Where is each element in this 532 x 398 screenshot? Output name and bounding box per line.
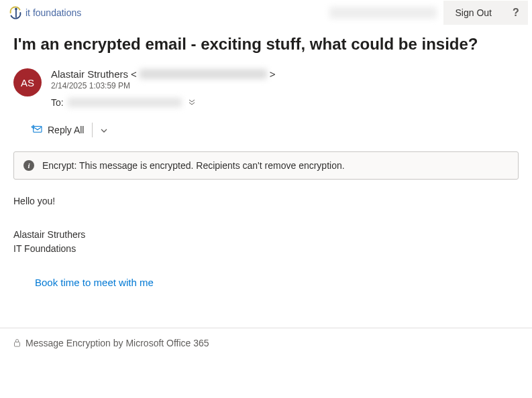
top-bar: it foundations Sign Out ? <box>0 0 532 25</box>
sender-details: Alastair Struthers < > 2/14/2025 1:03:59… <box>51 68 519 108</box>
expand-recipients-button[interactable] <box>186 97 198 108</box>
brand-icon <box>8 5 23 20</box>
divider <box>92 123 93 137</box>
footer-text: Message Encryption by Microsoft Office 3… <box>25 338 209 348</box>
help-button[interactable]: ? <box>504 1 528 25</box>
info-icon: i <box>23 160 34 171</box>
email-subject: I'm an encrypted email - exciting stuff,… <box>13 35 519 54</box>
top-right: Sign Out ? <box>329 1 528 25</box>
reply-all-button[interactable]: Reply All <box>31 120 91 139</box>
recipient-address <box>68 98 182 107</box>
brand-logo: it foundations <box>8 5 81 20</box>
message-timestamp: 2/14/2025 1:03:59 PM <box>51 81 519 90</box>
chevron-down-icon <box>101 129 107 133</box>
sender-row: AS Alastair Struthers < > 2/14/2025 1:03… <box>13 68 519 108</box>
sender-email-address <box>140 69 267 79</box>
body-greeting: Hello you! <box>13 194 519 208</box>
reply-all-label: Reply All <box>48 125 84 135</box>
sign-out-button[interactable]: Sign Out <box>443 1 504 25</box>
lock-icon <box>13 338 21 347</box>
email-body: Hello you! Alastair Struthers IT Foundat… <box>13 194 519 290</box>
svg-point-1 <box>15 8 17 11</box>
encryption-banner-text: Encrypt: This message is encrypted. Reci… <box>42 160 345 171</box>
encryption-banner: i Encrypt: This message is encrypted. Re… <box>13 151 519 180</box>
sender-name-line: Alastair Struthers < > <box>51 68 519 80</box>
svg-rect-3 <box>15 342 20 347</box>
book-meeting-link[interactable]: Book time to meet with me <box>35 275 154 290</box>
sender-name: Alastair Struthers <box>51 68 128 80</box>
bracket-close: > <box>270 68 276 80</box>
signature-name: Alastair Struthers <box>13 228 519 241</box>
reply-dropdown-button[interactable] <box>94 122 114 138</box>
message-content: I'm an encrypted email - exciting stuff,… <box>0 25 532 290</box>
to-label: To: <box>51 97 64 108</box>
signature-company: IT Foundations <box>13 242 519 255</box>
reply-actions: Reply All <box>31 120 519 139</box>
sender-avatar: AS <box>13 68 42 96</box>
brand-name: it foundations <box>25 7 81 18</box>
recipients-line: To: <box>51 97 519 108</box>
bracket-open: < <box>131 68 137 80</box>
current-user-email <box>329 7 437 19</box>
reply-all-icon <box>31 124 43 135</box>
svg-rect-2 <box>34 127 42 133</box>
footer: Message Encryption by Microsoft Office 3… <box>0 328 532 358</box>
